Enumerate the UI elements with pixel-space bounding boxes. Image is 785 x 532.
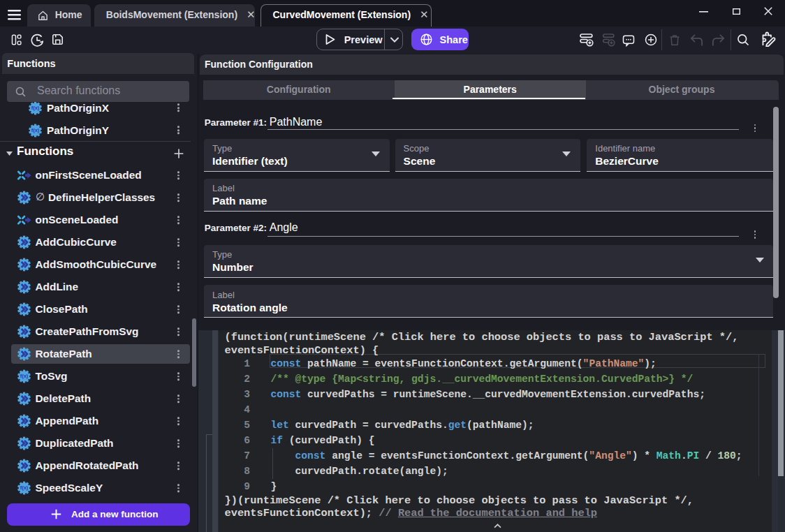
svg-text:f(x): f(x) [31,127,39,133]
svg-text:f(x): f(x) [31,105,39,111]
svg-text:f(x): f(x) [20,485,28,492]
svg-text:f(x): f(x) [20,374,28,380]
